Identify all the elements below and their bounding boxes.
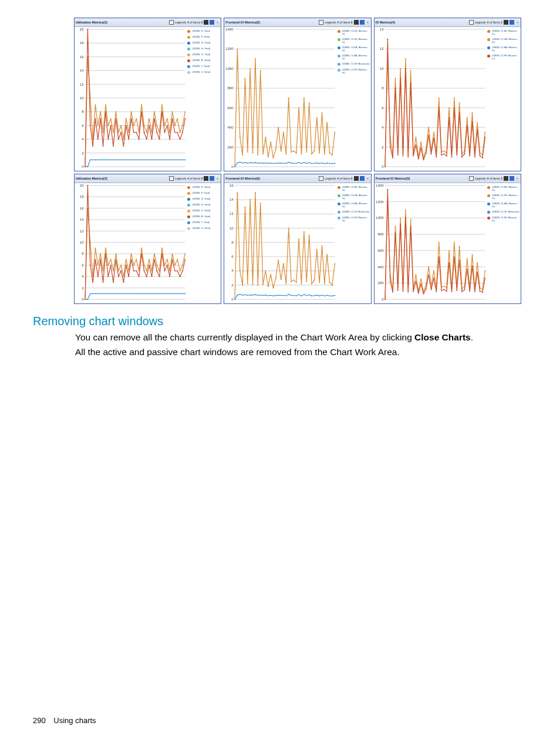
svg-point-104: [118, 139, 119, 140]
svg-point-638: [425, 288, 426, 289]
legend-item: (10035, CL2E, Maximum): [487, 194, 519, 200]
svg-point-58: [102, 159, 103, 160]
svg-point-560: [324, 295, 325, 296]
svg-point-220: [311, 163, 312, 164]
svg-point-357: [115, 254, 116, 255]
legend-item: (10035, U, Total): [187, 70, 220, 74]
close-icon[interactable]: ×: [515, 177, 519, 181]
svg-point-641: [433, 278, 434, 279]
svg-point-120: [159, 139, 160, 140]
svg-text:1200: 1200: [225, 48, 233, 50]
legends-checkbox[interactable]: [319, 20, 323, 25]
svg-point-313: [453, 107, 454, 109]
legends-checkbox[interactable]: [469, 176, 474, 181]
grid-icon[interactable]: [504, 176, 508, 181]
svg-point-295: [407, 156, 409, 157]
svg-text:12: 12: [80, 83, 84, 86]
legend-item: (10035, CL2E, Maximum): [338, 38, 370, 43]
close-icon[interactable]: ×: [515, 21, 519, 25]
panel-body: 02468101214(10035, CL6E, Maximum)(10035,…: [375, 27, 521, 171]
svg-point-408: [143, 293, 144, 294]
svg-point-623: [387, 189, 388, 190]
svg-text:400: 400: [377, 265, 383, 268]
svg-point-70: [133, 159, 134, 160]
legend-label: (10035, CL1F, Maximum): [342, 210, 370, 213]
legend-label: (10035, T, Total): [192, 65, 210, 67]
legend-color-dot: [338, 217, 340, 220]
svg-point-508: [294, 279, 295, 281]
svg-text:16: 16: [230, 184, 234, 187]
legends-label: Legends: [325, 21, 336, 24]
legend-color-dot: [338, 202, 340, 205]
svg-point-434: [107, 276, 109, 277]
grid-icon[interactable]: [204, 176, 208, 181]
svg-point-382: [179, 271, 180, 272]
close-icon[interactable]: ×: [215, 21, 220, 25]
svg-point-158: [255, 58, 256, 59]
p1-text: You can remove all the charts currently …: [75, 332, 414, 342]
svg-point-153: [242, 154, 243, 156]
svg-point-558: [319, 295, 320, 296]
svg-point-280: [471, 112, 473, 113]
svg-point-390: [97, 293, 99, 294]
grid-icon[interactable]: [204, 20, 208, 25]
svg-text:4: 4: [232, 269, 234, 272]
svg-point-154: [245, 78, 246, 79]
svg-point-515: [311, 283, 312, 284]
svg-text:8: 8: [82, 252, 83, 255]
svg-point-73: [141, 159, 142, 160]
legend-label: (10035, CL2A, Maximum): [342, 194, 370, 200]
expand-icon[interactable]: [510, 176, 514, 181]
svg-point-94: [92, 146, 93, 147]
svg-point-402: [128, 293, 129, 294]
svg-point-181: [314, 150, 315, 151]
svg-text:600: 600: [377, 249, 383, 252]
legend-label: (10035, CL2E, Maximum): [342, 38, 370, 43]
svg-point-125: [171, 118, 173, 119]
svg-point-179: [309, 102, 310, 103]
svg-point-618: [477, 262, 478, 264]
svg-point-444: [133, 271, 134, 272]
legends-checkbox[interactable]: [169, 20, 174, 25]
svg-point-594: [415, 275, 416, 276]
svg-point-559: [322, 295, 323, 296]
legends-checkbox[interactable]: [169, 176, 174, 181]
svg-point-451: [151, 276, 152, 277]
svg-point-507: [291, 281, 292, 282]
svg-text:1000: 1000: [225, 67, 233, 70]
svg-point-652: [461, 291, 463, 292]
svg-point-304: [430, 153, 431, 154]
svg-point-35: [146, 132, 147, 133]
expand-icon[interactable]: [510, 20, 514, 25]
close-icon[interactable]: ×: [215, 177, 220, 181]
svg-point-529: [245, 294, 246, 295]
legend-color-dot: [487, 211, 490, 214]
svg-point-392: [102, 293, 103, 294]
grid-icon[interactable]: [504, 20, 508, 25]
svg-point-394: [107, 293, 109, 294]
legends-checkbox[interactable]: [469, 20, 474, 25]
expand-icon[interactable]: [210, 176, 214, 181]
close-icon[interactable]: ×: [366, 21, 370, 25]
svg-point-187: [329, 153, 330, 154]
panel-header: Frontend IO Metrics(5)Legends# of Items …: [224, 174, 370, 183]
svg-point-514: [309, 235, 310, 236]
items-count-label: # of Items 8: [487, 177, 502, 180]
svg-point-36: [149, 118, 150, 119]
grid-icon[interactable]: [354, 20, 359, 25]
svg-point-130: [184, 118, 185, 119]
legends-label: Legends: [475, 177, 486, 180]
svg-point-56: [97, 159, 99, 160]
expand-icon[interactable]: [360, 20, 365, 25]
expand-icon[interactable]: [360, 176, 365, 181]
close-icon[interactable]: ×: [366, 177, 370, 181]
svg-point-228: [332, 163, 333, 164]
expand-icon[interactable]: [210, 20, 214, 25]
svg-point-429: [95, 259, 96, 260]
svg-point-648: [451, 291, 452, 292]
chart-row: Utilization Metrics(2)Legends# of Items …: [74, 18, 521, 171]
grid-icon[interactable]: [354, 176, 359, 181]
legends-checkbox[interactable]: [319, 176, 323, 181]
legend-item: (10035, CL2A, Maximum): [487, 38, 519, 43]
legend-item: (10035, CL8A, Maximum): [487, 202, 519, 208]
